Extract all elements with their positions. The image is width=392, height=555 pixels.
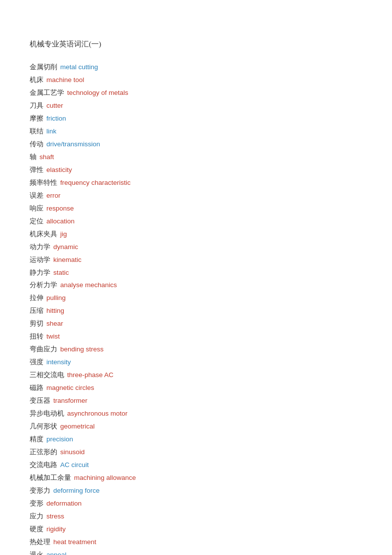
english-term: response <box>46 203 74 215</box>
list-item: 拉伸pulling <box>30 292 362 304</box>
list-item: 金属切削metal cutting <box>30 61 362 74</box>
list-item: 剪切shear <box>30 317 362 330</box>
english-term: deforming force <box>53 485 100 497</box>
chinese-term: 拉伸 <box>30 292 43 304</box>
english-term: shaft <box>39 151 54 164</box>
list-item: 异步电动机asynchronous motor <box>30 407 362 420</box>
english-term: deformation <box>46 498 81 510</box>
chinese-term: 热处理 <box>30 536 50 549</box>
english-term: AC circuit <box>60 459 89 471</box>
english-term: intensity <box>46 356 71 369</box>
chinese-term: 硬度 <box>30 523 43 536</box>
english-term: machine tool <box>46 74 84 86</box>
chinese-term: 异步电动机 <box>30 407 64 420</box>
list-item: 机床machine tool <box>30 74 362 86</box>
english-term: heat treatment <box>53 536 96 549</box>
list-item: 变形力deforming force <box>30 484 362 497</box>
english-term: link <box>46 126 56 138</box>
english-term: transformer <box>53 395 87 407</box>
list-item: 几何形状geometrical <box>30 420 362 433</box>
list-item: 应力stress <box>30 510 362 523</box>
list-item: 静力学static <box>30 266 362 279</box>
english-term: cutter <box>46 100 63 112</box>
english-term: analyse mechanics <box>60 279 117 292</box>
list-item: 机械加工余量machining allowance <box>30 471 362 484</box>
chinese-term: 退火 <box>30 549 43 555</box>
chinese-term: 金属工艺学 <box>30 86 64 99</box>
list-item: 误差error <box>30 189 362 202</box>
list-item: 弹性elasticity <box>30 164 362 176</box>
english-term: twist <box>46 331 60 343</box>
english-term: asynchronous motor <box>67 408 127 420</box>
chinese-term: 响应 <box>30 202 43 215</box>
list-item: 退火anneal <box>30 549 362 555</box>
english-term: metal cutting <box>60 61 98 74</box>
chinese-term: 几何形状 <box>30 420 57 433</box>
chinese-term: 变压器 <box>30 394 50 407</box>
chinese-term: 机床 <box>30 74 43 86</box>
list-item: 机床夹具jig <box>30 228 362 241</box>
chinese-term: 交流电路 <box>30 459 57 471</box>
list-item: 弯曲应力bending stress <box>30 343 362 356</box>
english-term: sinusoid <box>60 446 85 459</box>
english-term: friction <box>46 113 66 125</box>
list-item: 响应response <box>30 202 362 215</box>
list-item: 三相交流电three-phase AC <box>30 369 362 382</box>
list-item: 金属工艺学technology of metals <box>30 86 362 99</box>
list-item: 变压器transformer <box>30 394 362 407</box>
chinese-term: 联结 <box>30 125 43 138</box>
english-term: error <box>46 190 61 202</box>
chinese-term: 机床夹具 <box>30 228 57 241</box>
chinese-term: 强度 <box>30 356 43 369</box>
chinese-term: 精度 <box>30 433 43 446</box>
page-title: 机械专业英语词汇(一) <box>30 40 362 49</box>
english-term: frequency characteristic <box>60 177 131 189</box>
english-term: anneal <box>46 549 67 555</box>
chinese-term: 三相交流电 <box>30 369 64 382</box>
english-term: rigidity <box>46 523 66 536</box>
list-item: 摩擦friction <box>30 112 362 125</box>
chinese-term: 弹性 <box>30 164 43 176</box>
english-term: geometrical <box>60 421 95 433</box>
english-term: technology of metals <box>67 87 128 99</box>
chinese-term: 轴 <box>30 151 37 164</box>
english-term: precision <box>46 433 73 446</box>
chinese-term: 定位 <box>30 215 43 228</box>
english-term: elasticity <box>46 164 72 176</box>
list-item: 传动drive/transmission <box>30 138 362 151</box>
list-item: 轴shaft <box>30 151 362 164</box>
chinese-term: 变形 <box>30 497 43 510</box>
chinese-term: 静力学 <box>30 266 50 279</box>
list-item: 精度precision <box>30 433 362 446</box>
chinese-term: 变形力 <box>30 484 50 497</box>
english-term: bending stress <box>60 343 104 356</box>
chinese-term: 正弦形的 <box>30 446 57 459</box>
list-item: 强度intensity <box>30 356 362 369</box>
chinese-term: 频率特性 <box>30 176 57 189</box>
english-term: jig <box>60 228 67 241</box>
english-term: shear <box>46 318 63 330</box>
chinese-term: 摩擦 <box>30 112 43 125</box>
list-item: 压缩hitting <box>30 304 362 317</box>
chinese-term: 弯曲应力 <box>30 343 57 356</box>
list-item: 热处理heat treatment <box>30 536 362 549</box>
vocab-list: 金属切削metal cutting机床machine tool金属工艺学tech… <box>30 61 362 555</box>
english-term: drive/transmission <box>46 138 100 151</box>
chinese-term: 动力学 <box>30 241 50 254</box>
list-item: 定位allocation <box>30 215 362 228</box>
list-item: 硬度rigidity <box>30 523 362 536</box>
chinese-term: 误差 <box>30 189 43 202</box>
chinese-term: 扭转 <box>30 330 43 343</box>
chinese-term: 磁路 <box>30 382 43 394</box>
chinese-term: 分析力学 <box>30 279 57 292</box>
english-term: hitting <box>46 305 64 317</box>
english-term: pulling <box>46 292 66 304</box>
english-term: static <box>53 267 69 279</box>
chinese-term: 应力 <box>30 510 43 523</box>
chinese-term: 剪切 <box>30 317 43 330</box>
english-term: allocation <box>46 215 75 228</box>
list-item: 分析力学analyse mechanics <box>30 279 362 292</box>
english-term: three-phase AC <box>67 369 114 382</box>
list-item: 刀具cutter <box>30 99 362 112</box>
english-term: machining allowance <box>74 472 136 484</box>
